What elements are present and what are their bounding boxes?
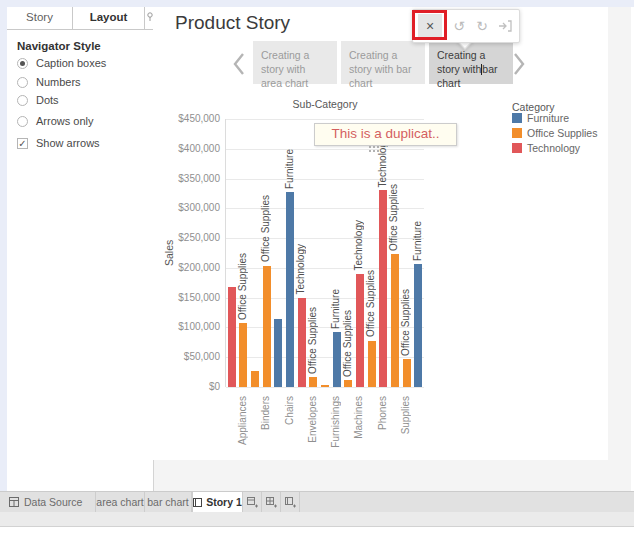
legend-item-office-supplies[interactable]: Office Supplies — [512, 127, 597, 139]
new-worksheet-button[interactable] — [243, 492, 262, 512]
application-window: Story Layout Navigator Style Caption box… — [0, 0, 634, 534]
legend-item-technology[interactable]: Technology — [512, 142, 580, 154]
sheet-tab-bar-chart[interactable]: bar chart — [145, 492, 192, 512]
redo-icon[interactable]: ↻ — [470, 14, 494, 38]
layout-pane: Story Layout Navigator Style Caption box… — [7, 7, 154, 491]
office-supplies-swatch — [512, 128, 522, 138]
y-axis-label: Sales — [163, 178, 175, 328]
radio-arrows-only[interactable]: Arrows only — [17, 114, 93, 128]
next-caption-button[interactable] — [511, 51, 527, 77]
legend-item-furniture[interactable]: Furniture — [512, 112, 569, 124]
story-tab-label: Story 1 — [206, 496, 242, 508]
status-bar — [0, 512, 634, 527]
radio-icon — [17, 116, 28, 127]
checkbox-checked-icon: ✓ — [17, 138, 28, 149]
sheet-tab-story-1[interactable]: Story 1 — [192, 492, 243, 512]
canvas-bottom-gutter — [153, 460, 608, 491]
sheet-tab-area-chart[interactable]: area chart — [96, 492, 145, 512]
radio-numbers[interactable]: Numbers — [17, 75, 81, 89]
furniture-swatch — [512, 113, 522, 123]
prev-caption-button[interactable] — [231, 51, 247, 77]
data-source-tab[interactable]: Data Source — [0, 492, 96, 512]
tab-layout[interactable]: Layout — [72, 7, 145, 29]
show-arrows-checkbox[interactable]: ✓ Show arrows — [17, 136, 100, 150]
radio-label: Caption boxes — [36, 57, 106, 69]
radio-icon — [17, 95, 28, 106]
caption-text-before-cursor: Creating a story with — [437, 49, 485, 75]
radio-label: Dots — [36, 94, 59, 106]
caption-box-bar-chart-selected[interactable]: Creating a story withbar chart — [429, 41, 513, 84]
apply-icon[interactable] — [493, 14, 517, 38]
window-top-margin — [0, 0, 634, 7]
story-text-annotation[interactable]: This is a duplicat.. — [314, 123, 457, 146]
checkbox-label: Show arrows — [36, 137, 100, 149]
annotation-drag-handle[interactable] — [369, 146, 378, 153]
legend-label: Office Supplies — [527, 127, 597, 139]
y-axis-line — [225, 119, 226, 387]
radio-caption-boxes[interactable]: Caption boxes — [17, 56, 106, 70]
undo-icon[interactable]: ↺ — [447, 14, 471, 38]
data-source-label: Data Source — [24, 496, 82, 508]
chart-title: Sub-Category — [226, 98, 424, 110]
caption-box-area-chart[interactable]: Creating a story with area chart — [253, 41, 337, 84]
new-dashboard-button[interactable] — [262, 492, 281, 512]
sheet-tab-bar: Data Source area chart bar chart Story 1 — [0, 491, 634, 512]
technology-swatch — [512, 143, 522, 153]
radio-label: Arrows only — [36, 115, 93, 127]
navigator-style-title: Navigator Style — [17, 40, 101, 52]
radio-icon — [17, 77, 28, 88]
radio-dots[interactable]: Dots — [17, 93, 59, 107]
legend-label: Technology — [527, 142, 580, 154]
story-title: Product Story — [175, 12, 290, 34]
caption-box-bar-chart[interactable]: Creating a story with bar chart — [341, 41, 425, 84]
red-highlight-annotation — [412, 10, 447, 40]
tab-story[interactable]: Story — [7, 7, 72, 28]
pane-tabs: Story Layout — [7, 7, 153, 30]
new-story-button[interactable] — [281, 492, 300, 512]
radio-selected-icon — [17, 58, 28, 69]
window-left-margin — [0, 7, 7, 491]
legend-label: Furniture — [527, 112, 569, 124]
radio-label: Numbers — [36, 76, 81, 88]
canvas-right-gutter — [608, 7, 631, 491]
